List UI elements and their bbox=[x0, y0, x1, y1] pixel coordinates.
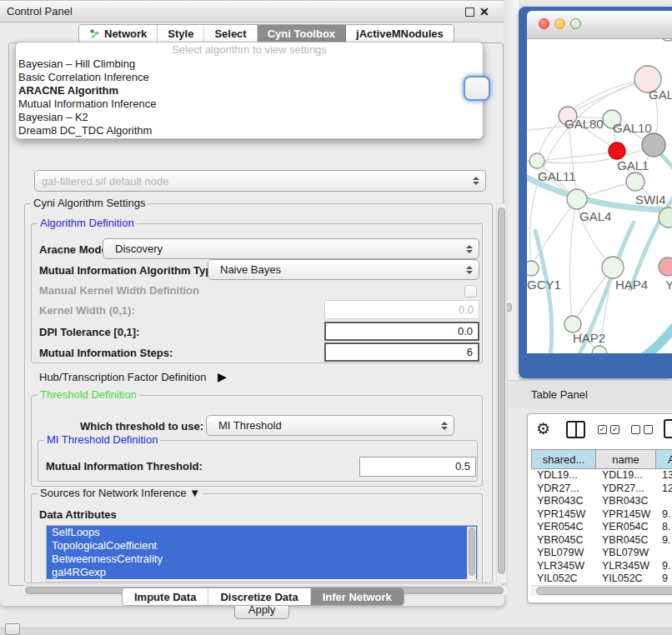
network-node[interactable] bbox=[529, 153, 544, 168]
split-pane-handle[interactable] bbox=[506, 303, 512, 312]
show-columns-icon[interactable] bbox=[566, 421, 585, 438]
panel-mode-icon[interactable] bbox=[664, 419, 672, 438]
settings-vertical-scrollbar[interactable] bbox=[496, 203, 507, 583]
network-node[interactable] bbox=[602, 257, 624, 278]
tab-network[interactable]: Network bbox=[79, 25, 158, 42]
zoom-traffic-light-icon[interactable] bbox=[570, 18, 581, 29]
tab-discretize-data-label: Discretize Data bbox=[220, 591, 298, 603]
data-attribute-item[interactable]: SelfLoops bbox=[47, 526, 477, 539]
manual-kernel-checkbox[interactable] bbox=[464, 285, 477, 298]
table-hscroll-thumb[interactable] bbox=[536, 587, 672, 595]
table-row[interactable]: YBR045CYBR045C9. bbox=[531, 534, 672, 548]
minimized-panel-button[interactable] bbox=[5, 623, 20, 635]
table-row[interactable]: YPR145WYPR145W9. bbox=[531, 508, 672, 522]
network-node[interactable] bbox=[609, 142, 625, 159]
table-row[interactable]: YIL052CYIL052C9 bbox=[531, 572, 672, 585]
network-node[interactable] bbox=[527, 261, 539, 276]
data-attribute-item[interactable]: TopologicalCoefficient bbox=[47, 539, 477, 552]
algorithm-popup-item[interactable]: Mutual Information Inference bbox=[16, 98, 483, 111]
node-label: GAL4 bbox=[579, 209, 611, 223]
dpi-tolerance-input[interactable]: 0.0 bbox=[324, 322, 479, 341]
sources-title-label: Sources for Network Inference bbox=[40, 487, 187, 499]
data-attribute-item[interactable]: gal4RGexp bbox=[47, 566, 477, 579]
algorithm-combobox-focus-fragment[interactable] bbox=[464, 76, 490, 101]
network-icon bbox=[89, 28, 100, 39]
which-threshold-combobox[interactable]: MI Threshold bbox=[206, 415, 454, 436]
sources-group-title[interactable]: Sources for Network Inference ▼ bbox=[38, 488, 203, 499]
tab-impute-data[interactable]: Impute Data bbox=[123, 588, 208, 605]
mi-threshold-definition-title: MI Threshold Definition bbox=[44, 434, 160, 446]
tab-select[interactable]: Select bbox=[204, 25, 257, 42]
algorithm-popup-list: Bayesian – Hill ClimbingBasic Correlatio… bbox=[16, 58, 483, 138]
close-traffic-light-icon[interactable] bbox=[539, 18, 549, 29]
algorithm-popup-item[interactable]: Bayesian – K2 bbox=[16, 111, 483, 124]
table-cell: YBR043C bbox=[596, 495, 656, 508]
table-cell: YLR345W bbox=[531, 560, 596, 573]
minimize-traffic-light-icon[interactable] bbox=[554, 18, 565, 29]
table-cell: 9. bbox=[656, 508, 672, 522]
network-node[interactable] bbox=[567, 189, 587, 209]
network-node[interactable] bbox=[642, 133, 665, 157]
kernel-width-input[interactable]: 0.0 bbox=[324, 300, 479, 319]
tab-style[interactable]: Style bbox=[158, 25, 204, 42]
table-row[interactable]: YDR27...YDR27...12 bbox=[531, 482, 672, 496]
network-view-window[interactable]: GALGAL80GAL10GAL1GAL11SWI4GAL4GCY1HAP4YH… bbox=[519, 7, 672, 378]
data-attribute-item[interactable]: BetweennessCentrality bbox=[47, 552, 477, 566]
network-node[interactable] bbox=[564, 316, 581, 332]
mi-steps-input[interactable]: 6 bbox=[324, 342, 479, 362]
table-row[interactable]: YLR345WYLR345W9. bbox=[531, 560, 672, 573]
column-header-shared-name[interactable]: shared... bbox=[531, 449, 596, 469]
table-cell bbox=[656, 495, 672, 508]
table-header-row: shared... name A bbox=[531, 449, 672, 469]
table-panel-titlebar[interactable]: Table Panel bbox=[504, 380, 672, 408]
hub-transcription-label: Hub/Transcription Factor Definition bbox=[39, 371, 206, 383]
settings-vscroll-thumb[interactable] bbox=[498, 208, 505, 574]
table-row[interactable]: YBL079WYBL079W bbox=[531, 547, 672, 560]
attributes-scrollbar-thumb[interactable] bbox=[469, 528, 475, 576]
hub-transcription-section[interactable]: Hub/Transcription Factor Definition ▶ bbox=[39, 370, 227, 383]
gear-icon[interactable]: ⚙ bbox=[536, 419, 550, 439]
mi-threshold-input[interactable]: 0.5 bbox=[359, 457, 476, 477]
checked-box-icon: ✓ bbox=[610, 425, 619, 434]
algorithm-popup-item[interactable]: Bayesian – Hill Climbing bbox=[16, 58, 483, 71]
network-node[interactable] bbox=[659, 258, 672, 276]
node-label: GAL80 bbox=[564, 117, 604, 131]
network-node[interactable] bbox=[626, 172, 644, 191]
table-cell: 12 bbox=[656, 482, 672, 496]
close-icon[interactable]: ✕ bbox=[479, 4, 489, 19]
data-attributes-list[interactable]: SelfLoopsTopologicalCoefficientBetweenne… bbox=[46, 525, 478, 582]
tab-jactivemnodules[interactable]: jActiveMNodules bbox=[346, 25, 454, 42]
node-label: SWI4 bbox=[635, 192, 666, 207]
table-cell: YBR045C bbox=[596, 534, 656, 548]
table-rows: YDL19...YDL19...13YDR27...YDR27...12YBR0… bbox=[531, 469, 672, 585]
algorithm-popup-item[interactable]: Dream8 DC_TDC Algorithm bbox=[16, 124, 483, 138]
select-all-checkboxes-icon[interactable]: ✓ ✓ bbox=[598, 425, 619, 434]
attributes-scrollbar[interactable] bbox=[467, 527, 476, 580]
collapse-down-icon[interactable]: ▼ bbox=[189, 487, 200, 499]
algorithm-popup-item[interactable]: Basic Correlation Inference bbox=[16, 71, 483, 84]
aracne-mode-combobox[interactable]: Discovery bbox=[103, 238, 479, 259]
column-header-name[interactable]: name bbox=[596, 449, 656, 469]
float-window-icon[interactable] bbox=[465, 8, 474, 17]
network-select-combobox[interactable]: gal-filtered.sif default node bbox=[34, 170, 486, 192]
data-attributes-label: Data Attributes bbox=[39, 508, 117, 521]
tab-infer-network[interactable]: Infer Network bbox=[311, 588, 404, 605]
network-node[interactable] bbox=[659, 39, 672, 41]
table-row[interactable]: YER054CYER054C8. bbox=[531, 521, 672, 534]
control-panel-titlebar[interactable]: Control Panel ✕ bbox=[0, 1, 504, 22]
table-horizontal-scrollbar[interactable] bbox=[531, 585, 672, 596]
column-header-partial[interactable]: A bbox=[656, 449, 672, 469]
collapse-right-icon[interactable]: ▶ bbox=[218, 370, 227, 383]
deselect-all-checkboxes-icon[interactable] bbox=[631, 425, 653, 434]
network-window-titlebar[interactable] bbox=[527, 11, 672, 39]
algorithm-popup-item[interactable]: ARACNE Algorithm bbox=[16, 84, 483, 98]
mi-algorithm-type-combobox[interactable]: Naive Bayes bbox=[208, 259, 479, 280]
table-cell: YLR345W bbox=[596, 560, 656, 573]
network-canvas[interactable]: GALGAL80GAL10GAL1GAL11SWI4GAL4GCY1HAP4YH… bbox=[527, 39, 672, 353]
network-edge bbox=[624, 318, 672, 353]
table-cell: YIL052C bbox=[531, 572, 596, 585]
tab-discretize-data[interactable]: Discretize Data bbox=[208, 588, 310, 605]
table-row[interactable]: YDL19...YDL19...13 bbox=[531, 469, 672, 482]
table-row[interactable]: YBR043CYBR043C bbox=[531, 495, 672, 508]
tab-cyni-toolbox[interactable]: Cyni Toolbox bbox=[258, 25, 346, 42]
